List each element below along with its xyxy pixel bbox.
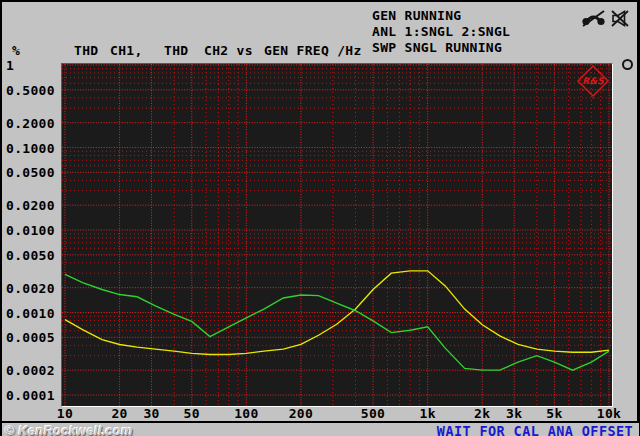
instrument-status-block: GEN RUNNING ANL 1:SNGL 2:SNGL SWP SNGL R… — [372, 8, 510, 56]
status-line-analyzer: ANL 1:SNGL 2:SNGL — [372, 24, 510, 40]
title-ch1-label: CH1, — [110, 43, 143, 58]
grid-layer — [62, 64, 612, 406]
y-tick-label: 0.5000 — [6, 82, 55, 97]
title-thd2-label: THD — [164, 43, 188, 58]
status-line-sweep: SWP SNGL RUNNING — [372, 40, 510, 56]
y-tick-label: 0.0200 — [6, 198, 55, 213]
y-tick-label: 0.2000 — [6, 115, 55, 130]
speaker-muted-icon — [610, 9, 630, 28]
thd-chart: R&S — [62, 64, 612, 406]
x-tick-label: 20 — [111, 406, 127, 421]
y-tick-label: 0.0001 — [6, 388, 55, 403]
title-xaxis-label: GEN FREQ /Hz — [264, 43, 362, 58]
y-tick-label: 0.0005 — [6, 330, 55, 345]
title-thd1-label: THD — [74, 43, 98, 58]
analyzer-screen: GEN RUNNING ANL 1:SNGL 2:SNGL SWP SNGL R… — [0, 0, 640, 436]
status-line-generator: GEN RUNNING — [372, 8, 510, 24]
y-tick-label: 0.1000 — [6, 140, 55, 155]
title-ch2-label: CH2 vs — [204, 43, 253, 58]
y-tick-label: 0.0010 — [6, 305, 55, 320]
y-tick-label: 0.0002 — [6, 363, 55, 378]
plot-area: R&S — [61, 63, 613, 407]
svg-text:R&S: R&S — [582, 76, 604, 86]
y-tick-label: 0.0050 — [6, 247, 55, 262]
x-tick-label: 500 — [361, 406, 385, 421]
x-tick-label: 50 — [184, 406, 200, 421]
x-tick-label: 2k — [474, 406, 490, 421]
x-tick-label: 30 — [143, 406, 159, 421]
status-bar: © KenRockwell.com WAIT FOR CAL ANA OFFSE… — [2, 423, 639, 436]
busy-cursor-icon — [622, 59, 633, 70]
x-tick-label: 10 — [57, 406, 73, 421]
y-unit-label: % — [12, 43, 20, 58]
x-tick-label: 10k — [597, 406, 621, 421]
rohde-schwarz-logo: R&S — [578, 66, 608, 99]
y-tick-label: 0.0100 — [6, 223, 55, 238]
x-tick-label: 200 — [289, 406, 313, 421]
x-tick-label: 100 — [234, 406, 258, 421]
y-tick-label: 1 — [6, 58, 14, 73]
y-tick-label: 0.0500 — [6, 165, 55, 180]
x-tick-label: 1k — [420, 406, 436, 421]
status-message: WAIT FOR CAL ANA OFFSET — [437, 423, 633, 436]
trace-thd-ch1 — [65, 271, 609, 355]
top-icon-group — [581, 9, 630, 28]
x-tick-label: 5k — [546, 406, 562, 421]
y-tick-label: 0.0020 — [6, 280, 55, 295]
x-tick-label: 3k — [506, 406, 522, 421]
phone-muted-icon — [581, 9, 606, 28]
watermark: © KenRockwell.com — [5, 423, 133, 436]
